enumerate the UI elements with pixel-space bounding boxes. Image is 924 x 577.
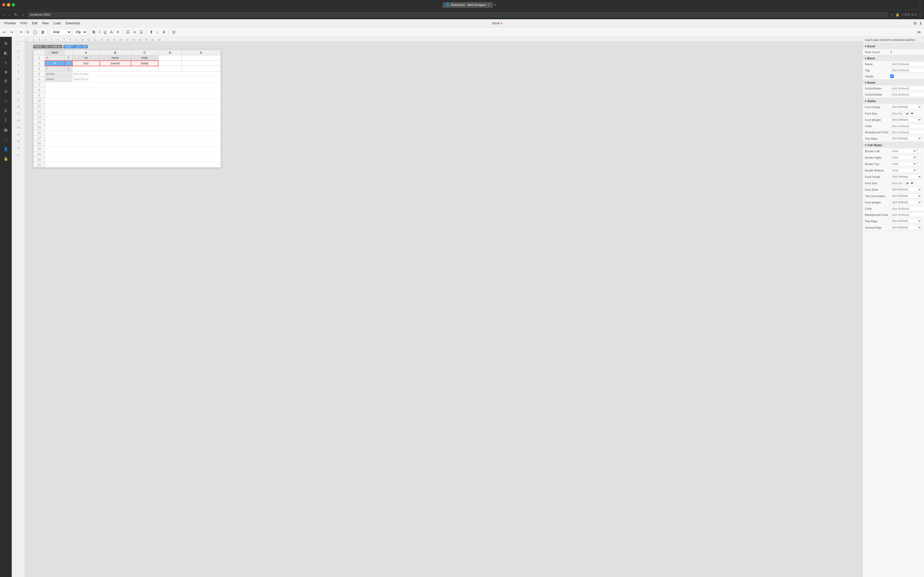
- sidebar-icon-frame[interactable]: ⬚: [2, 135, 10, 144]
- border-bottom-select[interactable]: none: [890, 168, 917, 172]
- cell-font-style-select[interactable]: (Not Defined): [890, 187, 922, 192]
- cell-font-weight-select[interactable]: (Not Defined): [890, 200, 922, 205]
- valign-top-button[interactable]: ⬆: [149, 29, 154, 35]
- styles-font-family-select[interactable]: (Not Defined): [890, 105, 922, 109]
- section-event-header[interactable]: ▾ Event: [863, 80, 924, 85]
- sidebar-icon-person[interactable]: 👤: [2, 145, 10, 153]
- font-color-button[interactable]: A: [109, 29, 114, 35]
- copy-button[interactable]: ⎘: [26, 29, 30, 35]
- section-basic-header[interactable]: ▾ Basic: [863, 55, 924, 61]
- border-right-color[interactable]: [918, 155, 922, 160]
- sidebar-icon-layers[interactable]: ◧: [2, 48, 10, 57]
- menu-new[interactable]: New: [40, 20, 51, 26]
- cell-color-input[interactable]: [890, 206, 924, 211]
- new-tab-button[interactable]: +: [494, 2, 496, 7]
- header-cell-total[interactable]: total: [131, 55, 158, 61]
- excel-chevron: ▾: [865, 45, 866, 48]
- sidebar-icon-shape[interactable]: □: [2, 97, 10, 105]
- bookmark-icon[interactable]: ☆: [890, 13, 894, 16]
- sidebar-icon-pages[interactable]: ⊞: [2, 39, 10, 48]
- sidebar-icon-pointer[interactable]: ↖: [2, 58, 10, 67]
- more-options-icon[interactable]: ⋮: [918, 13, 922, 16]
- cell-bg-color-input[interactable]: [890, 213, 924, 217]
- styles-font-size-unit[interactable]: px: [904, 111, 914, 116]
- home-button[interactable]: ⌂: [21, 11, 25, 18]
- styles-font-weight-select[interactable]: (Not Defined): [890, 118, 922, 122]
- section-styles-header[interactable]: ▾ Styles: [863, 98, 924, 104]
- name-input[interactable]: [890, 62, 924, 66]
- cell-text-align-select[interactable]: (Not Defined): [890, 219, 922, 223]
- border-top-select[interactable]: none: [890, 162, 917, 166]
- reload-button[interactable]: ↻: [13, 11, 18, 18]
- cut-button[interactable]: ✂: [18, 29, 24, 35]
- styles-bg-color-input[interactable]: [890, 130, 924, 134]
- ongetvisible-input[interactable]: [890, 92, 924, 97]
- redo-button[interactable]: ↪: [8, 29, 15, 35]
- font-family-select[interactable]: Arial: [50, 29, 71, 35]
- cell-font-size-input[interactable]: [890, 181, 904, 185]
- border-right-select[interactable]: none: [890, 155, 917, 160]
- styles-text-align-select[interactable]: (Not Defined): [890, 136, 922, 141]
- sidebar-icon-lock[interactable]: 🔒: [2, 155, 10, 163]
- canvas-area[interactable]: 1 2 3 4 5 6 7 8 9 10 11 12 13 14 15 16 1…: [12, 37, 863, 577]
- menu-download[interactable]: Download: [63, 20, 82, 26]
- window-menu-icon[interactable]: ⋮: [918, 3, 922, 7]
- data-cell-name[interactable]: [name]: [100, 61, 131, 66]
- sidebar-icon-table[interactable]: ⊟: [2, 87, 10, 96]
- border-left-select[interactable]: none: [890, 149, 917, 153]
- sidebar-icon-sigma[interactable]: Σ: [2, 116, 10, 124]
- maximize-button[interactable]: [12, 3, 15, 6]
- section-cell-styles-header[interactable]: ▾ Cell Styles: [863, 142, 924, 148]
- font-size-select[interactable]: 15px: [73, 29, 87, 35]
- settings-icon[interactable]: ⚙: [913, 21, 917, 26]
- sidebar-icon-list[interactable]: ☰: [2, 106, 10, 115]
- close-button[interactable]: [2, 3, 5, 6]
- header-cell-no[interactable]: no: [73, 55, 100, 61]
- address-input[interactable]: [27, 12, 888, 18]
- menu-edit[interactable]: Edit: [30, 20, 40, 26]
- paste-button[interactable]: 📋: [31, 29, 39, 35]
- section-excel-header[interactable]: ▾ Excel: [863, 43, 924, 49]
- cell-vertical-align-select[interactable]: (Not Defined): [890, 225, 922, 230]
- ongetstyles-input[interactable]: [890, 86, 924, 90]
- undo-button[interactable]: ↩: [2, 29, 8, 35]
- valign-bottom-button[interactable]: ⬇: [161, 29, 167, 35]
- minimize-button[interactable]: [7, 3, 10, 6]
- styles-font-size-input[interactable]: [890, 111, 904, 116]
- align-right-button[interactable]: ☱: [138, 29, 144, 35]
- canvas-scroll[interactable]: PAGE - 702 x 1009 px SHEET - (20 x 40): [25, 42, 863, 577]
- header-cell-name[interactable]: name: [100, 55, 131, 61]
- italic-button[interactable]: I: [98, 29, 101, 35]
- border-left-color[interactable]: [918, 149, 922, 153]
- align-center-button[interactable]: ≡: [132, 29, 137, 35]
- collapse-panel-button[interactable]: ≫: [916, 29, 922, 35]
- info-icon[interactable]: ℹ: [919, 21, 922, 26]
- styles-color-input[interactable]: [890, 124, 924, 128]
- align-left-button[interactable]: ☰: [125, 29, 131, 35]
- menu-print[interactable]: Print: [18, 20, 29, 26]
- visible-checkbox[interactable]: [890, 74, 894, 78]
- cell-font-family-select[interactable]: (Not Defined): [890, 174, 922, 179]
- browser-tab-active[interactable]: 🌐 Realreport - Web Designer ✕: [443, 2, 493, 8]
- sidebar-icon-barcode[interactable]: ▦: [2, 126, 10, 134]
- forward-button[interactable]: ›: [8, 11, 11, 18]
- bold-button[interactable]: B: [91, 29, 97, 35]
- sidebar-icon-move[interactable]: ✥: [2, 68, 10, 76]
- back-button[interactable]: ‹: [2, 11, 6, 18]
- tab-close-icon[interactable]: ✕: [488, 3, 490, 6]
- cell-text-decoration-select[interactable]: (Not Defined): [890, 193, 922, 198]
- menu-load[interactable]: Load: [51, 20, 63, 26]
- cell-merge-button[interactable]: ⊟: [171, 29, 177, 35]
- valign-middle-button[interactable]: ↕: [155, 29, 160, 35]
- menu-preview[interactable]: Preview: [2, 20, 18, 26]
- tag-input[interactable]: [890, 68, 924, 73]
- delete-button[interactable]: 🗑: [40, 29, 46, 35]
- border-bottom-color[interactable]: [918, 168, 922, 172]
- data-cell-no[interactable]: [no]: [73, 61, 100, 66]
- highlight-button[interactable]: ✦: [115, 29, 121, 35]
- border-top-color[interactable]: [918, 162, 922, 166]
- underline-button[interactable]: U: [102, 29, 108, 35]
- data-cell-total[interactable]: [total]: [131, 61, 158, 66]
- cell-font-size-unit[interactable]: px: [904, 181, 914, 185]
- sidebar-icon-text[interactable]: T: [2, 77, 10, 86]
